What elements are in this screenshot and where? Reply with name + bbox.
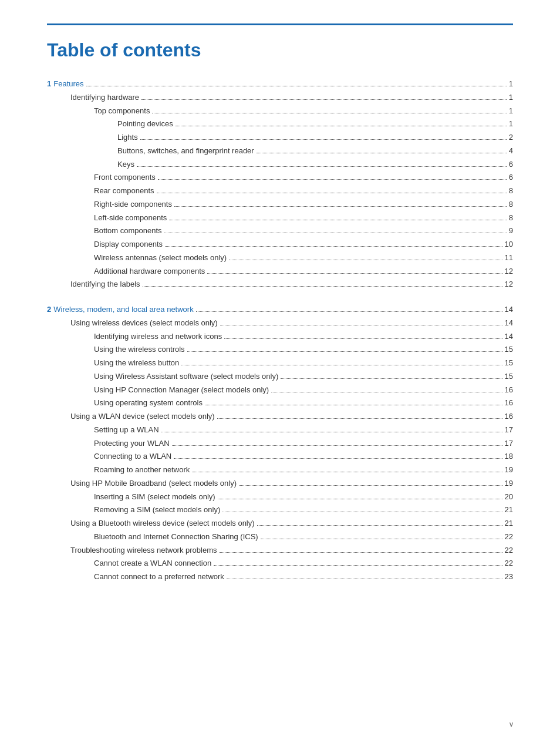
toc-item-label: Protecting your WLAN bbox=[94, 437, 170, 451]
toc-page: 8 bbox=[509, 211, 513, 225]
toc-item-label: Bottom components bbox=[94, 224, 162, 238]
toc-entry: Buttons, switches, and fingerprint reade… bbox=[47, 145, 513, 158]
toc-item-label: Buttons, switches, and fingerprint reade… bbox=[117, 145, 254, 158]
toc-item-label: Using HP Mobile Broadband (select models… bbox=[70, 477, 237, 490]
toc-entry: Right-side components8 bbox=[47, 198, 513, 211]
toc-item-label: Top components bbox=[94, 105, 150, 118]
toc-page: 14 bbox=[505, 330, 513, 344]
toc-dots bbox=[161, 432, 502, 432]
toc-entry: Connecting to a WLAN18 bbox=[47, 450, 513, 463]
toc-item-label: Inserting a SIM (select models only) bbox=[94, 490, 215, 504]
toc-entry: Identifying wireless and network icons14 bbox=[47, 330, 513, 344]
toc-dots bbox=[207, 273, 502, 274]
toc-item-label: Wireless antennas (select models only) bbox=[94, 251, 227, 265]
toc-item-label: Roaming to another network bbox=[94, 463, 190, 477]
toc-page: 21 bbox=[505, 503, 513, 517]
toc-entry: Inserting a SIM (select models only)20 bbox=[47, 490, 513, 504]
toc-page: 16 bbox=[505, 410, 513, 424]
chapter-label[interactable]: Wireless, modem, and local area network bbox=[53, 303, 193, 317]
toc-entry: Additional hardware components12 bbox=[47, 265, 513, 278]
toc-page: 15 bbox=[505, 343, 513, 357]
toc-entry: Using a Bluetooth wireless device (selec… bbox=[47, 517, 513, 530]
toc-page: 14 bbox=[505, 317, 513, 330]
toc-page: 8 bbox=[509, 198, 513, 211]
toc-dots bbox=[157, 193, 507, 193]
toc-item-label: Cannot create a WLAN connection bbox=[94, 557, 211, 570]
toc-item-label: Identifying hardware bbox=[70, 91, 139, 105]
toc-page: 19 bbox=[505, 477, 513, 490]
toc-item-label: Using Wireless Assistant software (selec… bbox=[94, 370, 278, 384]
toc-item-label: Cannot connect to a preferred network bbox=[94, 570, 224, 584]
toc-page: 6 bbox=[509, 171, 513, 184]
chapter-label[interactable]: Features bbox=[53, 78, 83, 91]
toc-dots bbox=[218, 499, 502, 499]
toc-page: 22 bbox=[505, 557, 513, 570]
toc-dots bbox=[137, 166, 507, 167]
toc-item-label: Rear components bbox=[94, 184, 154, 198]
toc-dots bbox=[281, 378, 502, 379]
toc-page: 1 bbox=[509, 117, 513, 131]
toc-page: 16 bbox=[505, 384, 513, 397]
toc-item-label: Additional hardware components bbox=[94, 265, 205, 278]
chapter-gap bbox=[47, 291, 513, 303]
toc-entry: Front components6 bbox=[47, 171, 513, 184]
toc-item-label: Removing a SIM (select models only) bbox=[94, 503, 220, 517]
toc-page: 11 bbox=[505, 251, 513, 265]
page: Table of contents 1 Features1Identifying… bbox=[0, 0, 560, 746]
toc-entry: Protecting your WLAN17 bbox=[47, 437, 513, 451]
chapter-number: 1 bbox=[47, 78, 51, 91]
toc-entry: Top components1 bbox=[47, 105, 513, 118]
toc-dots bbox=[227, 579, 502, 579]
toc-dots bbox=[158, 179, 507, 180]
toc-page: 12 bbox=[505, 265, 513, 278]
toc-dots bbox=[222, 512, 502, 512]
toc-entry: Troubleshooting wireless network problem… bbox=[47, 544, 513, 557]
footer-page-number: v bbox=[510, 720, 513, 728]
toc-dots bbox=[141, 99, 507, 100]
toc-item-label: Identifying the labels bbox=[70, 278, 140, 291]
toc-entry: Cannot connect to a preferred network23 bbox=[47, 570, 513, 584]
toc-page: 22 bbox=[505, 544, 513, 557]
toc-page: 2 bbox=[509, 131, 513, 145]
toc-page: 8 bbox=[509, 184, 513, 198]
toc-entry: Using HP Connection Manager (select mode… bbox=[47, 384, 513, 397]
toc-page: 1 bbox=[509, 105, 513, 118]
toc-page: 17 bbox=[505, 424, 513, 437]
toc-item-label: Using wireless devices (select models on… bbox=[70, 317, 218, 330]
toc-page: 18 bbox=[505, 450, 513, 463]
toc-dots bbox=[217, 418, 502, 419]
toc-entry: Rear components8 bbox=[47, 184, 513, 198]
toc-item-label: Display components bbox=[94, 238, 163, 251]
toc-entry: Cannot create a WLAN connection22 bbox=[47, 557, 513, 570]
toc-dots bbox=[164, 233, 507, 233]
toc-container: 1 Features1Identifying hardware1Top comp… bbox=[47, 78, 513, 584]
toc-entry: Keys6 bbox=[47, 158, 513, 172]
toc-dots bbox=[220, 325, 502, 325]
toc-page: 4 bbox=[509, 145, 513, 158]
toc-entry: Using HP Mobile Broadband (select models… bbox=[47, 477, 513, 490]
top-rule bbox=[47, 23, 513, 25]
toc-dots bbox=[220, 552, 502, 553]
toc-dots bbox=[169, 220, 506, 220]
toc-page: 10 bbox=[505, 238, 513, 251]
toc-item-label: Front components bbox=[94, 171, 156, 184]
toc-entry: Using the wireless button15 bbox=[47, 357, 513, 370]
toc-dots bbox=[229, 260, 502, 260]
toc-dots bbox=[140, 139, 507, 140]
toc-page: 17 bbox=[505, 437, 513, 451]
toc-dots bbox=[192, 472, 502, 472]
toc-item-label: Troubleshooting wireless network problem… bbox=[70, 544, 217, 557]
toc-page: 22 bbox=[505, 530, 513, 544]
toc-page: 23 bbox=[505, 570, 513, 584]
toc-item-label: Connecting to a WLAN bbox=[94, 450, 171, 463]
toc-dots bbox=[271, 392, 502, 392]
toc-item-label: Left-side components bbox=[94, 211, 167, 225]
toc-page: 1 bbox=[509, 91, 513, 105]
toc-page: 9 bbox=[509, 224, 513, 238]
toc-dots bbox=[196, 311, 502, 312]
toc-item-label: Using a Bluetooth wireless device (selec… bbox=[70, 517, 255, 530]
toc-page: 14 bbox=[505, 303, 513, 317]
toc-item-label: Using the wireless button bbox=[94, 357, 179, 370]
toc-item-label: Using HP Connection Manager (select mode… bbox=[94, 384, 269, 397]
toc-entry: 1 Features1 bbox=[47, 78, 513, 91]
